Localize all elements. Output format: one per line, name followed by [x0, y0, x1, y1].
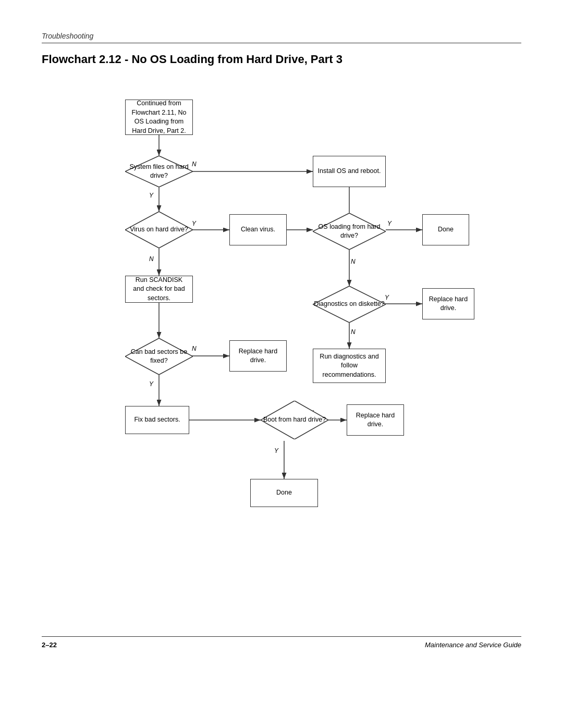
- diamond-system-files: System files on hard drive?: [125, 156, 193, 187]
- clean-virus-box: Clean virus.: [229, 214, 287, 245]
- footer-guide-title: Maintenance and Service Guide: [425, 641, 521, 649]
- diamond-bad-sectors: Can bad sectors be fixed?: [125, 338, 193, 375]
- run-scandisk-box: Run SCANDISK and check for bad sectors.: [125, 276, 193, 303]
- diamond-boot: Boot from hard drive?: [261, 401, 328, 439]
- done1-box: Done: [422, 214, 469, 245]
- page: Troubleshooting Flowchart 2.12 - No OS L…: [0, 0, 563, 728]
- svg-text:Y: Y: [274, 447, 279, 454]
- flowchart: N Y Y N Y N Y: [57, 79, 506, 626]
- svg-text:N: N: [149, 255, 154, 263]
- svg-text:N: N: [351, 258, 356, 265]
- replace1-box: Replace hard drive.: [422, 288, 474, 319]
- footer-page-number: 2–22: [42, 641, 57, 649]
- svg-text:Y: Y: [149, 380, 154, 388]
- fix-bad-box: Fix bad sectors.: [125, 406, 189, 434]
- start-box: Continued from Flowchart 2.11, No OS Loa…: [125, 100, 193, 135]
- footer: 2–22 Maintenance and Service Guide: [42, 636, 521, 649]
- page-title: Flowchart 2.12 - No OS Loading from Hard…: [42, 53, 521, 66]
- section-label: Troubleshooting: [42, 32, 93, 40]
- diamond-virus: Virus on hard drive?: [125, 212, 193, 248]
- svg-text:N: N: [351, 328, 356, 336]
- replace2-box: Replace hard drive.: [229, 340, 287, 372]
- diamond-os-loading: OS loading from hard drive?: [313, 213, 386, 250]
- install-os-box: Install OS and reboot.: [313, 156, 386, 187]
- run-diag-box: Run diagnostics and follow recommendatio…: [313, 349, 386, 383]
- replace3-box: Replace hard drive.: [347, 404, 404, 436]
- svg-text:Y: Y: [387, 220, 392, 227]
- diamond-diagnostics: Diagnostics on diskette?: [313, 286, 386, 323]
- svg-text:Y: Y: [149, 192, 154, 199]
- done2-box: Done: [250, 479, 318, 507]
- header: Troubleshooting: [42, 31, 521, 43]
